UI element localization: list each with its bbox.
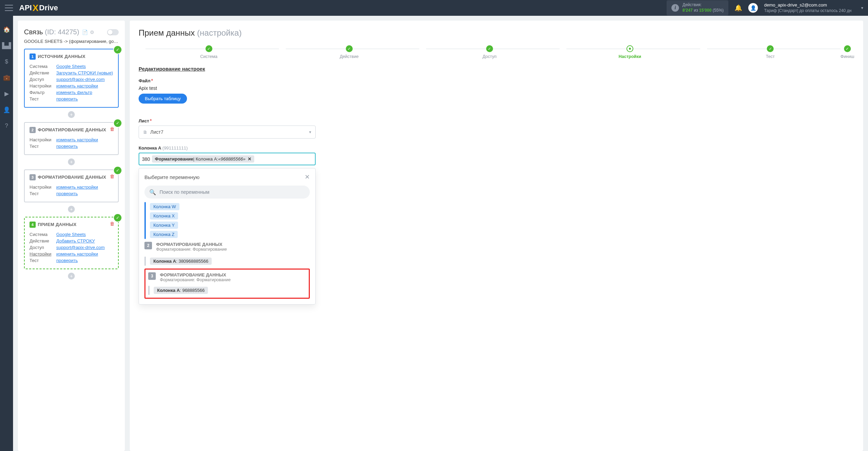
chevron-down-icon: ▾ — [309, 130, 311, 134]
variable-tag[interactable]: Колонка A: 380968885566 — [150, 258, 212, 265]
group-title: ФОРМАТИРОВАНИЕ ДАННЫХ — [156, 242, 310, 247]
toggle-switch[interactable] — [107, 29, 119, 35]
step-Действие[interactable]: ✓Действие — [279, 45, 419, 59]
trash-icon[interactable]: 🗑 — [110, 126, 115, 132]
variable-tag[interactable]: Колонка Z — [150, 231, 178, 238]
gear-icon[interactable]: ⚙ — [90, 29, 94, 35]
link[interactable]: проверить — [56, 191, 78, 196]
link[interactable]: support@apix-drive.com — [56, 77, 105, 82]
link[interactable]: изменить настройки — [56, 83, 98, 88]
org-icon[interactable]: ▙▟ — [2, 42, 11, 49]
page-title: Прием данных (настройка) — [139, 28, 854, 38]
file-icon: 🗎 — [143, 130, 148, 135]
add-button[interactable]: + — [68, 111, 75, 118]
info-icon: i — [671, 4, 679, 12]
link[interactable]: проверить — [56, 258, 78, 263]
link[interactable]: Добавить СТРОКУ — [56, 238, 95, 244]
main-content: Прием данных (настройка) ✓Система✓Действ… — [130, 21, 863, 451]
link[interactable]: изменить фильтр — [56, 90, 92, 95]
variable-popup: Выберите переменную✕ 🔍Поиск по переменны… — [139, 168, 316, 305]
link[interactable]: изменить настройки — [56, 185, 98, 190]
sheet-select[interactable]: 🗎 Лист7 ▾ — [139, 126, 316, 139]
chip[interactable]: Форматирование | Колонка A: «968885566»✕ — [152, 155, 254, 163]
link[interactable]: изменить настройки — [56, 251, 98, 257]
column-input[interactable]: 380 Форматирование | Колонка A: «9688855… — [139, 153, 316, 165]
trash-icon[interactable]: 🗑 — [110, 174, 115, 179]
logo[interactable]: APIXDrive — [19, 3, 58, 13]
check-icon: ✓ — [114, 119, 121, 127]
variable-tag[interactable]: Колонка Y — [150, 222, 178, 229]
user-email: demo_apix-drive_s2@com.com — [764, 2, 852, 8]
search-icon: 🔍 — [149, 189, 156, 195]
help-icon[interactable]: ? — [5, 122, 8, 129]
trash-icon[interactable]: 🗑 — [110, 221, 115, 226]
dollar-icon[interactable]: $ — [5, 58, 8, 65]
step-Финиш[interactable]: ✓Финиш — [841, 45, 854, 59]
link[interactable]: Загрузить СТРОКИ (новые) — [56, 70, 113, 75]
stepper: ✓Система✓Действие✓ДоступНастройки✓Тест✓Ф… — [139, 45, 854, 59]
briefcase-icon[interactable]: 💼 — [3, 74, 10, 81]
link[interactable]: проверить — [56, 144, 78, 149]
copy-icon[interactable]: 📄 — [82, 29, 88, 35]
link[interactable]: проверить — [56, 96, 78, 102]
variable-tag[interactable]: Колонка A: 968885566 — [154, 287, 208, 294]
col-label: Колонка A — [139, 145, 161, 151]
close-icon[interactable]: ✕ — [305, 173, 310, 181]
chip-remove-icon[interactable]: ✕ — [248, 156, 251, 162]
group-title: ФОРМАТИРОВАНИЕ ДАННЫХ — [160, 272, 306, 277]
panel-subtitle: GOOGLE SHEETS -> (форматирование, google… — [24, 39, 119, 44]
add-button[interactable]: + — [68, 206, 75, 213]
step-Тест[interactable]: ✓Тест — [700, 45, 841, 59]
check-icon: ✓ — [114, 167, 121, 174]
step-Система[interactable]: ✓Система — [139, 45, 279, 59]
nav-rail: 🏠 ▙▟ $ 💼 ▶ 👤 ? — [0, 16, 13, 451]
chevron-down-icon[interactable]: ▾ — [861, 5, 863, 10]
step-Настройки[interactable]: Настройки — [560, 45, 700, 59]
add-button[interactable]: + — [68, 158, 75, 165]
popup-title: Выберите переменную — [144, 174, 200, 180]
avatar[interactable]: 👤 — [748, 3, 758, 13]
check-icon: ✓ — [114, 46, 121, 54]
link[interactable]: Google Sheets — [56, 232, 86, 237]
check-icon: ✓ — [114, 214, 121, 222]
card-destination: ✓ 🗑 4ПРИЕМ ДАННЫХ СистемаGoogle SheetsДе… — [24, 217, 119, 269]
variable-tag[interactable]: Колонка W — [150, 203, 179, 210]
sheet-label: Лист — [139, 118, 149, 123]
file-value: Apix test — [139, 85, 854, 91]
link[interactable]: изменить настройки — [56, 137, 98, 142]
search-input[interactable]: 🔍Поиск по переменным — [144, 186, 310, 199]
user-plan: Тариф |Стандарт| до оплаты осталось 240 … — [764, 8, 852, 14]
file-label: Файл — [139, 78, 151, 83]
home-icon[interactable]: 🏠 — [3, 26, 10, 33]
card-format-3: ✓ 🗑 3ФОРМАТИРОВАНИЕ ДАННЫХ Настройкиизме… — [24, 169, 119, 202]
bell-icon[interactable]: 🔔 — [735, 4, 742, 12]
actions-pill[interactable]: i Действия: 8'247 из 15'000 (55%) — [667, 0, 728, 15]
user-icon[interactable]: 👤 — [3, 106, 10, 114]
actions-label: Действия: — [682, 2, 724, 8]
add-button[interactable]: + — [68, 273, 75, 280]
user-menu[interactable]: demo_apix-drive_s2@com.com Тариф |Станда… — [764, 2, 852, 13]
youtube-icon[interactable]: ▶ — [4, 90, 9, 97]
card-source: ✓ 1ИСТОЧНИК ДАННЫХ СистемаGoogle SheetsД… — [24, 49, 119, 108]
card-format-2: ✓ 🗑 2ФОРМАТИРОВАНИЕ ДАННЫХ Настройкиизме… — [24, 122, 119, 155]
variable-tag[interactable]: Колонка X — [150, 212, 178, 219]
menu-icon[interactable] — [5, 5, 13, 11]
highlighted-group: 3 ФОРМАТИРОВАНИЕ ДАННЫХ Форматирование: … — [144, 269, 310, 299]
section-title: Редактирование настроек — [139, 66, 854, 72]
link[interactable]: Google Sheets — [56, 64, 86, 69]
choose-table-button[interactable]: Выбрать таблицу — [139, 94, 187, 104]
link[interactable]: support@apix-drive.com — [56, 245, 105, 250]
step-Доступ[interactable]: ✓Доступ — [419, 45, 560, 59]
connection-panel: Связь (ID: 44275) 📄 ⚙ GOOGLE SHEETS -> (… — [18, 21, 125, 451]
